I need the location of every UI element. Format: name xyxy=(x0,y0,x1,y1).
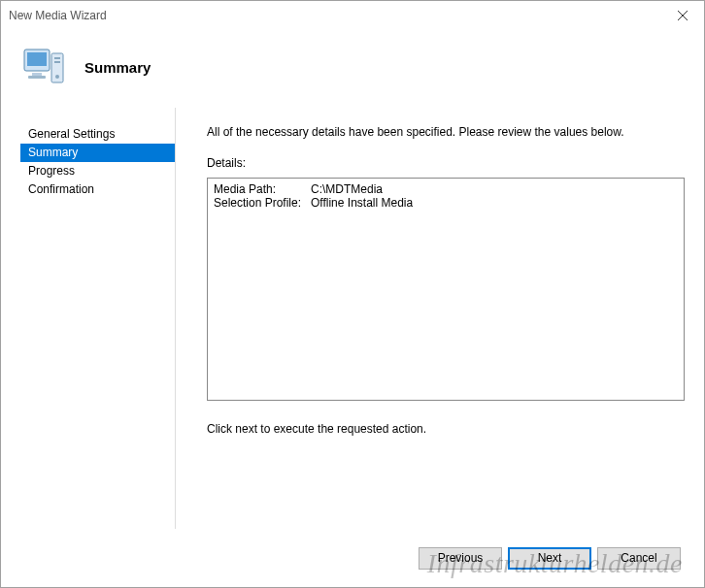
wizard-header: Summary xyxy=(1,30,704,108)
window-title: New Media Wizard xyxy=(9,9,107,22)
wizard-window: New Media Wizard Summary General Setting… xyxy=(0,0,705,588)
sidebar-item-progress[interactable]: Progress xyxy=(20,162,175,180)
table-row: Selection Profile: Offline Install Media xyxy=(214,196,417,210)
cancel-button[interactable]: Cancel xyxy=(597,547,681,570)
sidebar-item-confirmation[interactable]: Confirmation xyxy=(20,180,175,199)
wizard-body: General Settings Summary Progress Confir… xyxy=(1,108,704,529)
svg-rect-5 xyxy=(28,76,46,79)
close-icon xyxy=(678,11,688,20)
svg-point-9 xyxy=(55,75,59,79)
footer-note: Click next to execute the requested acti… xyxy=(207,422,685,436)
sidebar-item-general-settings[interactable]: General Settings xyxy=(20,125,175,144)
svg-rect-4 xyxy=(32,73,42,76)
details-table: Media Path: C:\MDTMedia Selection Profil… xyxy=(214,182,417,210)
close-button[interactable] xyxy=(660,1,704,30)
svg-rect-7 xyxy=(54,57,60,59)
wizard-content: All of the necessary details have been s… xyxy=(189,108,685,529)
detail-value: Offline Install Media xyxy=(311,196,417,210)
details-label: Details: xyxy=(207,156,685,170)
details-box[interactable]: Media Path: C:\MDTMedia Selection Profil… xyxy=(207,178,685,401)
svg-rect-8 xyxy=(54,61,60,63)
computer-icon xyxy=(20,44,67,90)
svg-rect-3 xyxy=(27,52,47,66)
next-button[interactable]: Next xyxy=(508,547,591,570)
table-row: Media Path: C:\MDTMedia xyxy=(214,182,417,196)
titlebar: New Media Wizard xyxy=(1,1,704,30)
wizard-steps-sidebar: General Settings Summary Progress Confir… xyxy=(20,108,176,529)
sidebar-item-summary[interactable]: Summary xyxy=(20,144,175,162)
page-title: Summary xyxy=(84,59,151,76)
intro-text: All of the necessary details have been s… xyxy=(207,125,685,139)
detail-key: Media Path: xyxy=(214,182,311,196)
detail-value: C:\MDTMedia xyxy=(311,182,417,196)
detail-key: Selection Profile: xyxy=(214,196,311,210)
wizard-button-row: Previous Next Cancel xyxy=(1,529,704,587)
previous-button[interactable]: Previous xyxy=(419,547,502,570)
